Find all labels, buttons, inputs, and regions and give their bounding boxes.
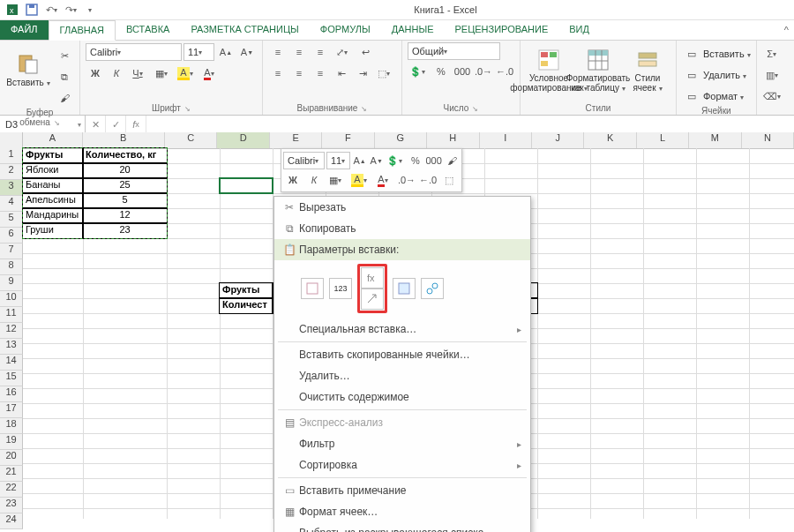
row-3[interactable]: 3: [0, 180, 23, 196]
ctx-pick-from-list[interactable]: Выбрать из раскрывающегося списка…: [274, 522, 530, 532]
accounting-button[interactable]: 💲: [408, 62, 430, 81]
row-9[interactable]: 9: [0, 275, 23, 291]
format-as-table-button[interactable]: Форматировать как таблицу: [575, 42, 621, 99]
col-D[interactable]: D: [217, 132, 269, 148]
cell-styles-button[interactable]: Стили ячеек: [625, 42, 670, 99]
paste-normal-icon[interactable]: [301, 278, 324, 299]
row-10[interactable]: 10: [0, 291, 23, 307]
row-17[interactable]: 17: [0, 402, 23, 418]
col-M[interactable]: M: [689, 132, 741, 148]
mini-percent[interactable]: %: [408, 151, 423, 170]
tab-view[interactable]: ВИД: [558, 20, 600, 40]
cell[interactable]: Количест: [220, 298, 273, 313]
cells-insert-button[interactable]: Вставить: [703, 49, 751, 59]
clear-button[interactable]: ⌫: [762, 86, 784, 106]
mini-font-name[interactable]: Calibri: [283, 152, 325, 169]
font-color-button[interactable]: A: [199, 64, 221, 83]
col-K[interactable]: K: [584, 132, 636, 148]
align-left-button[interactable]: ≡: [268, 64, 288, 83]
mini-font-color[interactable]: A: [373, 170, 395, 190]
bold-button[interactable]: Ж: [86, 64, 105, 83]
row-15[interactable]: 15: [0, 371, 23, 386]
tab-insert[interactable]: ВСТАВКА: [116, 20, 180, 40]
row-4[interactable]: 4: [0, 196, 23, 212]
percent-button[interactable]: %: [431, 62, 451, 81]
mini-font-size[interactable]: 11: [326, 152, 350, 169]
grow-font-button[interactable]: A▲: [216, 42, 236, 62]
paste-formatting-icon[interactable]: [393, 278, 416, 299]
redo-icon[interactable]: ↷▾: [64, 3, 78, 17]
ctx-filter[interactable]: Фильтр▸: [274, 433, 530, 454]
align-top-button[interactable]: ≡: [268, 42, 288, 62]
row-13[interactable]: 13: [0, 339, 23, 355]
fill-button[interactable]: ▥: [762, 65, 784, 85]
inc-decimal-button[interactable]: .0→: [474, 62, 493, 81]
align-right-button[interactable]: ≡: [311, 64, 330, 83]
italic-button[interactable]: К: [107, 64, 126, 83]
mini-italic[interactable]: К: [304, 170, 324, 190]
comma-button[interactable]: 000: [453, 62, 472, 81]
row-1[interactable]: 1: [0, 148, 23, 164]
col-C[interactable]: C: [165, 132, 217, 148]
number-format-select[interactable]: Общий: [408, 42, 500, 60]
tab-file[interactable]: ФАЙЛ: [0, 20, 49, 40]
ctx-copy[interactable]: ⧉ Копировать: [274, 218, 530, 239]
col-B[interactable]: B: [83, 132, 165, 148]
ribbon-collapse-icon[interactable]: ^: [784, 20, 794, 40]
ctx-insert-copied[interactable]: Вставить скопированные ячейки…: [274, 344, 530, 365]
col-N[interactable]: N: [742, 132, 794, 148]
ctx-format-cells[interactable]: ▦Формат ячеек…: [274, 501, 530, 522]
mini-format-painter[interactable]: 🖌: [445, 151, 460, 170]
mini-accounting[interactable]: 💲: [386, 151, 406, 170]
col-H[interactable]: H: [427, 132, 479, 148]
col-J[interactable]: J: [532, 132, 584, 148]
mini-bold[interactable]: Ж: [283, 170, 303, 190]
autosum-button[interactable]: Σ: [762, 44, 784, 64]
col-A[interactable]: A: [23, 132, 82, 148]
underline-button[interactable]: Ч: [128, 64, 150, 83]
align-middle-button[interactable]: ≡: [289, 42, 309, 62]
row-20[interactable]: 20: [0, 450, 23, 466]
ctx-sort[interactable]: Сортировка▸: [274, 454, 530, 476]
col-E[interactable]: E: [270, 132, 322, 148]
mini-dec-dec[interactable]: ←.0: [418, 170, 438, 190]
col-F[interactable]: F: [322, 132, 374, 148]
shrink-font-button[interactable]: A▼: [237, 42, 257, 62]
row-16[interactable]: 16: [0, 386, 23, 402]
ctx-insert-comment[interactable]: ▭Вставить примечание: [274, 480, 530, 501]
save-icon[interactable]: [25, 3, 39, 17]
cell[interactable]: Фрукты: [220, 283, 273, 298]
align-bottom-button[interactable]: ≡: [311, 42, 330, 62]
tab-formulas[interactable]: ФОРМУЛЫ: [310, 20, 381, 40]
orientation-button[interactable]: ⤢: [332, 42, 354, 62]
font-size-select[interactable]: 11: [184, 43, 214, 61]
col-I[interactable]: I: [480, 132, 532, 148]
fx-cancel-icon[interactable]: ✕: [86, 116, 106, 133]
tab-home[interactable]: ГЛАВНАЯ: [49, 20, 116, 41]
ctx-paste-special[interactable]: Специальная вставка…▸: [274, 318, 530, 340]
row-5[interactable]: 5: [0, 212, 23, 228]
row-22[interactable]: 22: [0, 482, 23, 498]
cut-button[interactable]: ✂: [55, 46, 74, 65]
row-11[interactable]: 11: [0, 307, 23, 323]
paste-button[interactable]: Вставить: [5, 42, 51, 99]
indent-inc-button[interactable]: ⇥: [353, 64, 372, 83]
mini-merge[interactable]: ⬚: [439, 170, 459, 190]
row-8[interactable]: 8: [0, 259, 23, 275]
merge-button[interactable]: ⬚: [374, 64, 396, 83]
mini-shrink-font[interactable]: A▼: [369, 151, 384, 170]
border-button[interactable]: ▦: [152, 64, 174, 83]
font-name-select[interactable]: Calibri: [86, 43, 182, 61]
ctx-cut[interactable]: ✂ Вырезать: [274, 197, 530, 218]
wrap-text-button[interactable]: ↩: [356, 42, 375, 62]
tab-page-layout[interactable]: РАЗМЕТКА СТРАНИЦЫ: [180, 20, 309, 40]
tab-data[interactable]: ДАННЫЕ: [381, 20, 445, 40]
format-painter-button[interactable]: 🖌: [55, 88, 74, 108]
paste-values-icon[interactable]: 123: [329, 278, 352, 299]
row-19[interactable]: 19: [0, 434, 23, 450]
fx-enter-icon[interactable]: ✓: [106, 116, 126, 133]
undo-icon[interactable]: ↶▾: [44, 3, 58, 17]
tab-review[interactable]: РЕЦЕНЗИРОВАНИЕ: [444, 20, 558, 40]
row-21[interactable]: 21: [0, 466, 23, 482]
row-2[interactable]: 2: [0, 164, 23, 180]
